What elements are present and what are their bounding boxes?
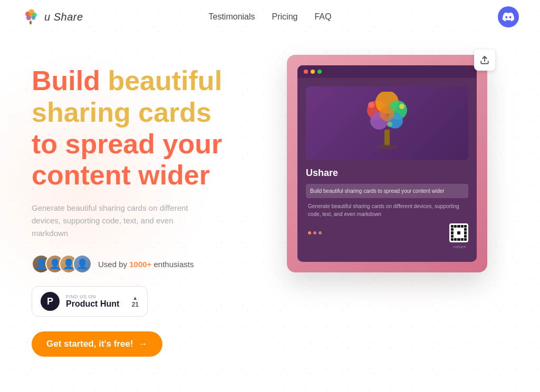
svg-point-19: [377, 144, 398, 150]
used-by-count: 1000+: [129, 260, 151, 269]
card-tree-illustration: [361, 92, 413, 155]
browser-dot-yellow: [311, 70, 315, 74]
export-icon: [480, 55, 489, 65]
browser-dot-green: [317, 70, 322, 74]
avatars-row: 👤 👤 👤 👤 Used by 1000+ enthusiasts: [32, 254, 266, 273]
nav-testimonials[interactable]: Testimonials: [209, 12, 255, 22]
card-image: [306, 86, 468, 160]
card-title: Ushare: [306, 168, 468, 179]
avatar-4: 👤: [73, 254, 92, 273]
right-section: Ushare Build beautiful sharing cards to …: [287, 55, 508, 272]
svg-point-16: [399, 104, 404, 109]
title-build: Build: [32, 65, 108, 96]
svg-point-14: [380, 106, 394, 121]
indicator-dot-3: [319, 231, 322, 234]
title-beautiful: beautiful: [108, 65, 222, 96]
export-button[interactable]: [474, 50, 495, 71]
title-cards: cards: [138, 97, 211, 128]
svg-rect-18: [384, 130, 390, 145]
card-watermark: ushare: [306, 244, 468, 253]
card-desc-normal: Generate beautiful sharing cards on diff…: [306, 202, 468, 218]
card-dot-indicator: [308, 231, 322, 234]
browser-bar: [297, 65, 477, 78]
svg-point-17: [387, 122, 392, 127]
logo-text: u Share: [44, 11, 83, 23]
hero-title: Build beautiful sharing cards to spread …: [32, 65, 266, 191]
nav-links: Testimonials Pricing FAQ: [209, 12, 332, 22]
discord-button[interactable]: [498, 6, 519, 27]
navigation: u Share Testimonials Pricing FAQ: [0, 0, 540, 34]
cta-arrow: →: [139, 339, 148, 349]
browser-dot-red: [304, 70, 308, 74]
preview-card: Ushare Build beautiful sharing cards to …: [287, 55, 487, 272]
ph-arrow: ▲: [132, 295, 138, 301]
svg-point-15: [368, 102, 374, 108]
card-qr: [449, 223, 468, 242]
nav-pricing[interactable]: Pricing: [272, 12, 298, 22]
avatar-stack: 👤 👤 👤 👤: [32, 254, 92, 273]
ph-logo: P: [41, 292, 60, 311]
card-desc-highlight: Build beautiful sharing cards to spread …: [306, 184, 468, 198]
ph-product-hunt-label: Product Hunt: [66, 299, 126, 309]
ph-votes: ▲ 21: [132, 295, 139, 308]
left-section: Build beautiful sharing cards to spread …: [32, 55, 266, 357]
hero-subtitle: Generate beautiful sharing cards on diff…: [32, 202, 211, 240]
card-desc-highlight-text: Build beautiful sharing cards to spread …: [310, 187, 464, 195]
get-started-button[interactable]: Get started, it's free! →: [32, 331, 162, 357]
cta-label: Get started, it's free!: [46, 339, 133, 349]
title-content: content wider: [32, 160, 210, 190]
discord-icon: [503, 11, 514, 23]
svg-rect-7: [30, 21, 32, 24]
main-content: Build beautiful sharing cards to spread …: [0, 34, 540, 357]
logo[interactable]: u Share: [21, 7, 83, 26]
ph-text-block: FIND US ON Product Hunt: [66, 294, 126, 309]
used-by-text: Used by 1000+ enthusiasts: [98, 260, 194, 269]
svg-point-6: [28, 14, 32, 17]
title-tospread: to spread your: [32, 129, 222, 159]
indicator-dot-1: [308, 231, 311, 234]
title-sharing: sharing: [32, 97, 138, 128]
nav-faq[interactable]: FAQ: [314, 12, 331, 22]
card-body: Ushare Build beautiful sharing cards to …: [297, 78, 477, 262]
preview-wrapper: Ushare Build beautiful sharing cards to …: [287, 55, 487, 272]
indicator-dot-2: [313, 231, 316, 234]
card-footer: [306, 218, 468, 244]
ph-find-us: FIND US ON: [66, 294, 126, 299]
ph-vote-count: 21: [132, 301, 139, 308]
logo-tree-icon: [21, 7, 40, 26]
product-hunt-badge[interactable]: P FIND US ON Product Hunt ▲ 21: [32, 286, 148, 317]
preview-card-inner: Ushare Build beautiful sharing cards to …: [297, 65, 477, 262]
